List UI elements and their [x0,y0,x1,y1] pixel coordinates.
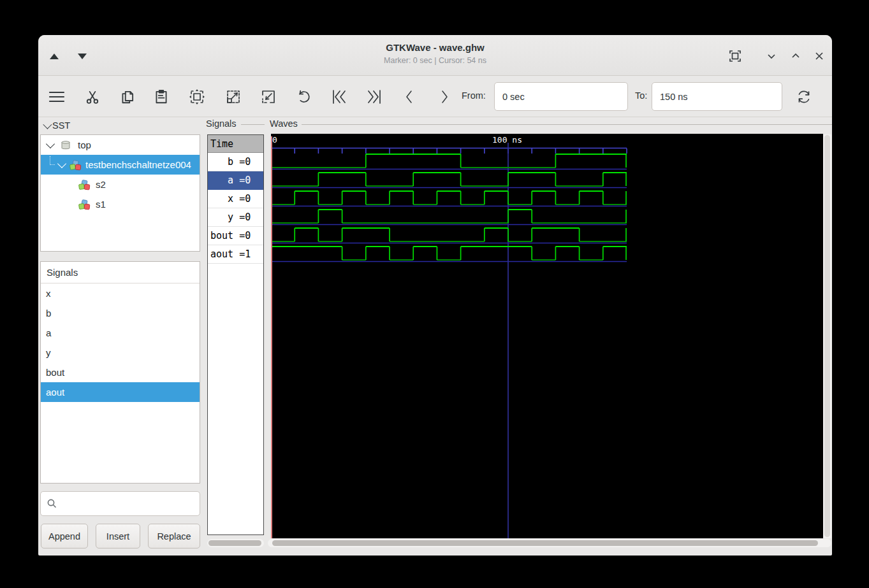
signal-list-item-b[interactable]: b [41,303,200,323]
expander-icon[interactable] [46,139,55,148]
skip-to-start-icon [330,88,349,106]
zoom-in-button[interactable] [255,83,282,110]
sst-label: SST [52,120,70,131]
package-icon [69,159,82,171]
time-header[interactable]: Time [208,135,263,153]
signal-list-item-aout[interactable]: aout [41,382,200,402]
tree-item-s2[interactable]: s2 [41,175,200,194]
hamburger-menu-icon [47,89,66,105]
frame-line [302,124,832,125]
values-frame-label: Signals [206,118,239,129]
shift-right-button[interactable] [431,83,458,110]
sst-tree: top testbenchschaltnetze004 s2 s1 [40,134,200,252]
tree-item-top[interactable]: top [41,135,200,155]
shift-left-button[interactable] [396,83,423,110]
skip-to-end-icon [365,88,384,106]
package-icon [78,199,91,210]
value-row-bout[interactable]: bout =0 [208,227,263,245]
value-row-a[interactable]: a =0 [208,171,263,190]
zoom-fit-button[interactable] [184,83,210,110]
waves-frame-label: Waves [270,118,300,129]
chevron-up-icon [790,50,801,62]
signals-list-header: Signals [41,262,200,283]
sst-section-header[interactable]: SST [43,120,70,131]
chevron-down-icon [766,50,777,62]
expander-icon[interactable] [57,159,66,168]
chevron-right-icon [435,88,454,106]
tree-item-testbench[interactable]: testbenchschaltnetze004 [41,155,200,175]
window-title: GTKWave - wave.ghw [38,42,832,53]
values-hscrollbar[interactable] [207,539,264,547]
value-row-y[interactable]: y =0 [208,208,263,227]
from-input[interactable]: 0 sec [494,82,628,111]
to-input[interactable]: 150 ns [652,82,782,111]
tree-item-label: s1 [96,199,106,210]
waves-hscrollbar[interactable] [268,539,831,547]
tree-item-label: top [78,140,91,150]
search-icon [47,498,57,509]
to-label: To: [635,90,647,101]
insert-button[interactable]: Insert [96,524,140,549]
signals-list-panel: Signals x b a y bout aout [40,261,200,484]
zoom-fit-icon [188,88,206,106]
reload-icon [795,88,813,106]
signal-list-item-y[interactable]: y [41,343,200,362]
scrollbar-thumb[interactable] [824,135,830,537]
paste-button[interactable] [148,83,175,110]
zoom-out-icon [224,88,242,106]
wave-canvas-svg [271,134,823,538]
append-button[interactable]: Append [41,524,88,549]
minimize-button[interactable] [763,48,780,64]
undo-button[interactable] [291,83,318,110]
tree-item-s1[interactable]: s1 [41,194,200,214]
scrollbar-thumb[interactable] [208,540,261,546]
marker-cursor-status: Marker: 0 sec | Cursor: 54 ns [38,56,832,65]
value-row-aout[interactable]: aout =1 [208,245,263,264]
undo-icon [295,88,313,106]
signal-list-item-a[interactable]: a [41,323,200,343]
tree-connector [50,156,55,165]
zoom-to-start-button[interactable] [326,83,353,110]
menu-button[interactable] [43,83,70,110]
timeline-start-label: 0 [272,135,277,145]
copy-icon [119,89,136,105]
from-label: From: [462,90,486,101]
chevron-left-icon [400,88,419,106]
maximize-button[interactable] [787,48,804,64]
tree-item-label: testbenchschaltnetze004 [85,159,191,170]
signal-search-input[interactable] [40,491,200,516]
signal-list-item-x[interactable]: x [41,283,200,303]
wave-canvas[interactable]: 0 100 ns [271,134,823,538]
toolbar: From: 0 sec To: 150 ns [38,76,832,117]
cut-button[interactable] [79,83,106,110]
tree-item-label: s2 [96,179,106,190]
value-row-b[interactable]: b =0 [208,153,263,171]
zoom-out-button[interactable] [220,83,247,110]
package-icon [78,179,91,190]
fullscreen-button[interactable] [727,48,743,64]
waves-vscrollbar[interactable] [823,134,831,538]
signal-list-item-bout[interactable]: bout [41,362,200,382]
signal-values-panel: Time b =0 a =0 x =0 y =0 bout =0 aout =1 [207,134,264,535]
zoom-in-icon [259,88,277,106]
scrollbar-thumb[interactable] [272,540,818,546]
titlebar: GTKWave - wave.ghw Marker: 0 sec | Curso… [38,35,832,76]
clipboard-paste-icon [153,89,170,105]
timeline-major-label: 100 ns [492,135,522,145]
copy-button[interactable] [114,83,141,110]
reload-button[interactable] [791,83,817,110]
frame-line [241,124,265,125]
close-button[interactable] [811,48,828,64]
value-row-x[interactable]: x =0 [208,190,263,208]
zoom-to-end-button[interactable] [361,83,388,110]
close-icon [814,50,825,62]
collapse-chevron-icon [43,120,52,129]
replace-button[interactable]: Replace [148,524,200,549]
gtkwave-window: GTKWave - wave.ghw Marker: 0 sec | Curso… [38,35,832,556]
fullscreen-icon [729,50,741,62]
scissors-icon [84,89,101,105]
database-icon [60,140,71,151]
